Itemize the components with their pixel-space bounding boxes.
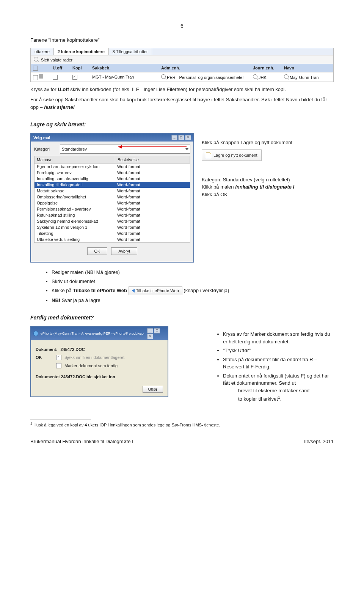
dialog-title: Velg mal [33,135,50,140]
svg-marker-1 [118,145,122,149]
minimize-icon[interactable]: _ [171,135,177,140]
lens-icon[interactable] [253,74,257,79]
list-item: Rediger malen (NB! Må gjøres) [52,269,334,276]
footer-right: Ile/sept. 2011 [304,439,334,444]
close-icon[interactable]: × [185,135,191,140]
dokument-value: 245472.DOC [60,347,85,352]
footer-left: Brukermanual Hvordan innkalle til Dialog… [30,439,133,444]
col-uoff: U.off [50,64,70,72]
list-item[interactable]: Omplassering/overtallighet [35,194,115,200]
avbryt-button[interactable]: Avbryt [111,247,137,255]
col-navn: Navn [282,64,333,72]
instr-klikk-lagre: Klikk på knappen Lagre og nytt dokument [202,139,334,146]
row-admenh: PER - Personal- og organisasjonsenheter [167,75,244,80]
tab-mottakere[interactable]: ottakere [31,48,54,55]
kategori-value: Standardbrev [62,147,87,151]
row-saksbeh: MGT - May-Gunn Tran [92,75,134,79]
kategori-label: Kategori [34,147,57,151]
list-item: Skriv ut dokumentet [52,278,334,285]
red-arrow-annotation [118,144,194,150]
list-item[interactable]: Uttalelse vedr. tilsetting [35,236,115,242]
arrow-back-icon [132,289,135,293]
close-icon[interactable]: × [147,334,153,339]
list-item[interactable]: Oppsigelse [35,200,115,206]
list-item: Status på dokumentet blir da endret fra … [223,356,334,371]
ie-icon [33,331,38,336]
list-item[interactable]: Retur-søknad stilling [35,212,115,218]
list-item[interactable]: Tilsetting [35,230,115,236]
tabs-screenshot: ottakere 2 Interne kopimottakere 3 Tille… [30,48,334,82]
page-number: 6 [30,23,334,29]
ok-label: OK [36,355,53,360]
col-malnavn: Malnavn [35,156,115,163]
table-header: U.off Kopi Saksbeh. Adm.enh. Journ.enh. … [31,64,333,72]
footnote-rule [30,420,91,420]
list-item: Kryss av for Marker dokument som ferdig … [223,330,334,345]
trash-icon[interactable] [39,74,43,79]
mal-list[interactable]: Egenm barn-barnepasser sykdomWord-format… [34,164,190,243]
table-row: MGT - May-Gunn Tran PER - Personal- og o… [31,72,333,82]
row-checkbox[interactable] [33,75,38,80]
dokument-label: Dokument: [36,347,57,352]
list-item: "Trykk Utfør" [223,347,334,354]
col-saksbeh: Saksbeh. [90,64,159,72]
col-beskrivelse: Beskrivelse [115,156,190,163]
sjekk-inn-checkbox[interactable] [56,355,61,360]
window-buttons[interactable]: _□× [146,328,165,339]
tab-interne-kopimottakere[interactable]: 2 Interne kopimottakere [54,48,109,55]
para-soke-opp: For å søke opp Saksbehandler som skal ha… [30,96,334,111]
list-item[interactable]: Sakkyndig nemnd eiendomsskatt [35,218,115,224]
col-kopi: Kopi [70,64,90,72]
footnote: 1 Husk å legg ved en kopi av 4 ukers IOP… [30,422,334,427]
window-buttons[interactable]: _□× [171,135,191,140]
lens-icon[interactable] [161,74,166,79]
bullet-list-1: Rediger malen (NB! Må gjøres) Skriv ut d… [36,269,334,304]
list-item[interactable]: Egenm barn-barnepasser sykdom [35,164,115,170]
lagre-og-nytt-dokument-button[interactable]: Lagre og nytt dokument [202,149,262,161]
document-icon [206,152,211,158]
marker-ferdig-label: Marker dokument som ferdig [64,363,118,368]
slett-valgte-rader[interactable]: Slett valgte rader [41,58,72,62]
tilbake-ephorte-button[interactable]: Tilbake til ePhorte Web [129,286,182,295]
maximize-icon[interactable]: □ [178,135,184,140]
ok-button[interactable]: OK [87,247,108,255]
maximize-icon[interactable]: □ [154,328,160,333]
list-item[interactable]: Foreløpig svarbrev [35,170,115,176]
minimize-icon[interactable]: _ [147,328,153,333]
list-item: NB! Svar ja på å lagre [52,297,334,304]
list-item[interactable]: Permisjonssøknad - svarbrev [35,206,115,212]
para-kryss-av: Kryss av for U.off skriv inn kortkoden (… [30,86,334,93]
instr-kategori: Kategori: Standardbrev (velg i rullefelt… [202,176,334,198]
list-item[interactable]: Sykelønn 12 mnd versjon 1 [35,224,115,230]
col-journenh: Journ.enh. [251,64,282,72]
list-item[interactable]: Mottatt søknad [35,188,115,194]
heading-ferdig: Ferdig med dokumentet? [30,315,334,321]
col-admenh: Adm.enh. [159,64,251,72]
checkbox-header[interactable] [33,66,38,71]
bullet-list-2: Kryss av for Marker dokument som ferdig … [208,330,334,403]
row-navn: May-Gunn Tran [290,75,318,80]
velg-mal-dialog: Velg mal _□× Kategori Standardbrev Malna… [30,133,194,263]
lens-icon[interactable] [284,74,289,79]
marker-ferdig-checkbox[interactable] [56,363,61,368]
heading-fanene: Fanene "Interne kopimottakere" [30,36,334,44]
utfor-button[interactable]: Utfør [143,386,163,393]
lens-icon [34,57,38,61]
ferdig-dialog: ePhorte (May-Gunn Tran - Arkivansvarlig … [30,326,168,397]
row-journenh: JHK [259,75,267,80]
sjekket-inn-text: Dokumentet 245472.DOC ble sjekket inn [36,374,115,379]
list-item[interactable]: Innkalling samtale-overtallig [35,176,115,182]
kopi-checkbox[interactable] [72,75,77,80]
heading-lagre-skriv: Lagre og skriv brevet: [30,121,334,127]
list-item: Dokumentet er nå ferdigstilt (status F) … [223,372,334,403]
list-item-selected[interactable]: Innkalling til dialogmøte I [35,182,115,188]
tab-tilleggsattributter[interactable]: 3 Tilleggsattributter [109,48,152,55]
page-footer: Brukermanual Hvordan innkalle til Dialog… [30,439,334,444]
sjekk-inn-label: Sjekk inn filen i dokumentlageret [64,355,124,360]
list-item: Klikke på Tilbake til ePhorte Web Tilbak… [52,286,334,295]
ferdig-dialog-title: ePhorte (May-Gunn Tran - Arkivansvarlig … [41,332,144,335]
uoff-checkbox[interactable] [53,75,58,80]
